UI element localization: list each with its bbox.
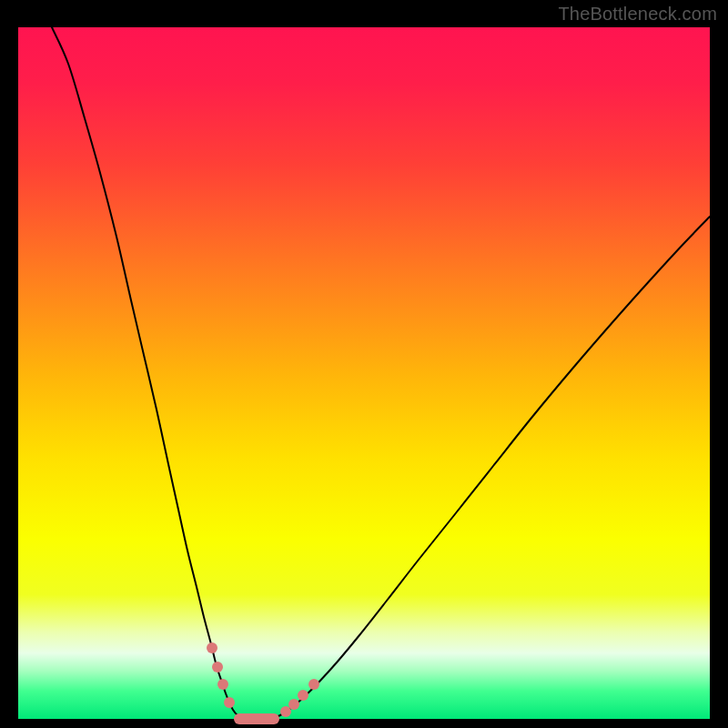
marker-dot — [298, 690, 308, 701]
marker-dot — [207, 642, 217, 653]
marker-dot — [217, 679, 228, 690]
marker-dot — [251, 713, 262, 724]
marker-dot — [239, 713, 250, 724]
chart-canvas — [0, 0, 728, 728]
watermark-text: TheBottleneck.com — [558, 4, 717, 25]
marker-dot — [288, 699, 299, 710]
marker-dot — [263, 713, 274, 724]
marker-dot — [212, 662, 223, 672]
marker-dot — [280, 706, 291, 717]
marker-dot — [308, 679, 319, 690]
gradient-background — [18, 27, 710, 719]
marker-dot — [224, 697, 235, 708]
